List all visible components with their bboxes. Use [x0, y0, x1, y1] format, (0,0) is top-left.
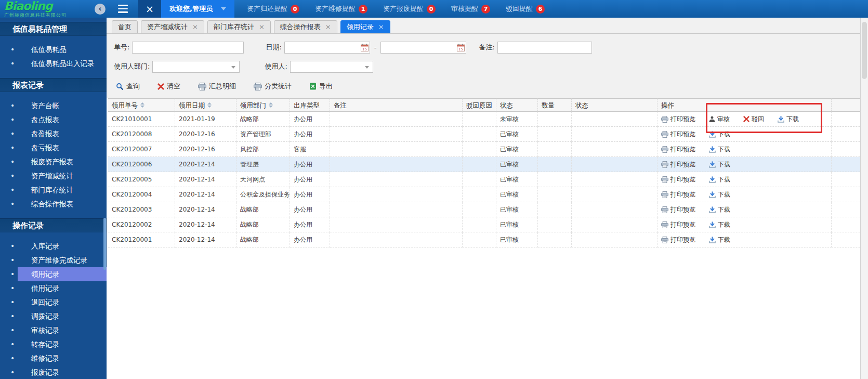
reject-button[interactable]: 驳回: [743, 112, 764, 126]
column-header[interactable]: 备注: [330, 98, 463, 112]
download-button[interactable]: 下载: [709, 217, 730, 232]
sidebar-item[interactable]: • 转存记录: [0, 337, 107, 351]
table-row[interactable]: CK20120003 2020-12-14 战略部 办公用 已审核 打印预览: [108, 202, 868, 217]
column-header[interactable]: 出库类型: [290, 98, 330, 112]
print-preview-button[interactable]: 打印预览: [661, 172, 695, 187]
tab-close-icon[interactable]: ×: [192, 23, 198, 30]
sidebar-item[interactable]: • 资产增减统计: [0, 169, 107, 183]
user-select[interactable]: [290, 61, 373, 73]
download-button[interactable]: 下载: [778, 112, 799, 126]
order-no-input[interactable]: [132, 42, 244, 54]
sidebar-item[interactable]: • 低值易耗品: [0, 43, 107, 57]
date-to-input[interactable]: [380, 42, 466, 54]
sidebar-item[interactable]: • 盘点报表: [0, 113, 107, 127]
tab[interactable]: 综合操作报表 ×: [274, 20, 337, 33]
sidebar-item[interactable]: • 借用记录: [0, 281, 107, 295]
sidebar-scrollbar[interactable]: [103, 218, 106, 270]
sidebar-item[interactable]: • 部门库存统计: [0, 183, 107, 197]
calendar-icon[interactable]: 15: [457, 44, 465, 51]
bullet-icon: •: [10, 281, 18, 295]
notification-item[interactable]: 资产归还提醒 0: [247, 4, 299, 14]
tab[interactable]: 部门库存统计 ×: [207, 20, 271, 33]
export-button[interactable]: 导出: [309, 82, 333, 91]
column-header[interactable]: 领用单号: [108, 98, 175, 112]
date-from-input[interactable]: [284, 42, 370, 54]
user-department-select[interactable]: [152, 61, 240, 73]
sidebar-item[interactable]: • 报废资产报表: [0, 155, 107, 169]
notification-item[interactable]: 资产维修提醒 1: [315, 4, 367, 14]
table-row[interactable]: CK20120005 2020-12-14 天河网点 办公用 已审核 打印预览: [108, 172, 868, 187]
table-row[interactable]: CK20120002 2020-12-14 战略部 办公用 已审核 打印预览: [108, 217, 868, 232]
download-button[interactable]: 下载: [709, 202, 730, 217]
download-button[interactable]: 下载: [709, 187, 730, 202]
sidebar-item[interactable]: • 综合操作报表: [0, 197, 107, 211]
sidebar-item[interactable]: • 退回记录: [0, 295, 107, 309]
sidebar-item[interactable]: • 报废记录: [0, 365, 107, 379]
clear-button[interactable]: 清空: [157, 82, 180, 91]
print-preview-button[interactable]: 打印预览: [661, 127, 695, 141]
search-button[interactable]: 查询: [116, 82, 140, 91]
table-row[interactable]: CK20120007 2020-12-16 风控部 客服 已审核 打印预览: [108, 142, 868, 157]
download-icon: [709, 191, 716, 198]
remark-input[interactable]: [497, 42, 592, 54]
sidebar-item[interactable]: • 资产台帐: [0, 99, 107, 113]
sidebar-item[interactable]: • 盘亏报表: [0, 141, 107, 155]
column-header[interactable]: 数量: [538, 98, 572, 112]
menu-toggle-icon[interactable]: [116, 3, 130, 15]
welcome-user-dropdown[interactable]: 欢迎您,管理员: [161, 0, 234, 18]
column-header[interactable]: 领用日期: [175, 98, 236, 112]
tab-close-icon[interactable]: ×: [259, 23, 265, 30]
print-preview-button[interactable]: 打印预览: [661, 187, 695, 202]
column-header[interactable]: 驳回原因: [463, 98, 496, 112]
download-button[interactable]: 下载: [709, 142, 730, 156]
notification-item[interactable]: 驳回提醒 6: [506, 4, 545, 14]
sidebar-item[interactable]: • 维修记录: [0, 351, 107, 365]
sidebar-item[interactable]: • 调拨记录: [0, 309, 107, 323]
notification-item[interactable]: 审核提醒 7: [451, 4, 490, 14]
cell-type: 办公用: [290, 187, 330, 202]
print-preview-button[interactable]: 打印预览: [661, 157, 695, 172]
collapse-back-button[interactable]: ‹: [95, 4, 106, 15]
brand-logo: Biaoling 广州标领信息科技有限公司: [4, 1, 91, 18]
tab[interactable]: 首页: [112, 20, 138, 33]
tab-close-icon[interactable]: ×: [325, 23, 331, 30]
sidebar-item[interactable]: • 入库记录: [0, 239, 107, 253]
column-header[interactable]: 状态: [572, 98, 657, 112]
table-row[interactable]: CK21010001 2021-01-19 战略部 办公用 未审核 打印预览: [108, 112, 868, 127]
table-row[interactable]: CK20120001 2020-12-14 战略部 办公用 已审核 打印预览: [108, 232, 868, 247]
print-preview-button[interactable]: 打印预览: [661, 142, 695, 156]
cell-remark: [330, 157, 463, 172]
audit-button[interactable]: 审核: [709, 112, 730, 126]
tab[interactable]: 领用记录 ×: [340, 20, 390, 33]
notification-item[interactable]: 资产报废提醒 0: [383, 4, 436, 14]
sidebar-item[interactable]: • 资产维修完成记录: [0, 253, 107, 267]
calendar-icon[interactable]: 15: [361, 44, 369, 51]
close-icon[interactable]: ×: [138, 0, 161, 18]
printer-icon: [661, 146, 668, 153]
summary-detail-button[interactable]: 汇总明细: [198, 82, 236, 91]
download-button[interactable]: 下载: [709, 172, 730, 187]
table-row[interactable]: CK20120004 2020-12-14 公积金及担保业务部 办公用 已审核 …: [108, 187, 868, 202]
table-row[interactable]: CK20120006 2020-12-14 管理层 办公用 已审核 打印预览: [108, 157, 868, 172]
sidebar-item[interactable]: • 领用记录: [0, 267, 107, 281]
download-button[interactable]: 下载: [709, 157, 730, 172]
vertical-scrollbar[interactable]: [860, 18, 868, 379]
sidebar-item[interactable]: • 盘盈报表: [0, 127, 107, 141]
column-header[interactable]: 领用部门: [236, 98, 290, 112]
print-preview-button[interactable]: 打印预览: [661, 112, 695, 126]
tab-close-icon[interactable]: ×: [378, 23, 384, 30]
print-preview-button[interactable]: 打印预览: [661, 217, 695, 232]
sidebar-item[interactable]: • 审核记录: [0, 323, 107, 337]
download-button[interactable]: 下载: [709, 127, 730, 141]
column-header[interactable]: 状态: [496, 98, 538, 112]
scrollbar-thumb[interactable]: [862, 22, 867, 79]
print-preview-button[interactable]: 打印预览: [661, 202, 695, 217]
category-stats-button[interactable]: 分类统计: [254, 82, 292, 91]
excel-export-icon: [309, 83, 317, 90]
sidebar-item[interactable]: • 低值易耗品出入记录: [0, 57, 107, 71]
column-header[interactable]: 操作: [657, 98, 832, 112]
download-button[interactable]: 下载: [709, 232, 730, 247]
table-row[interactable]: CK20120008 2020-12-16 资产管理部 办公用 已审核 打印预览: [108, 127, 868, 142]
tab[interactable]: 资产增减统计 ×: [141, 20, 204, 33]
print-preview-button[interactable]: 打印预览: [661, 232, 695, 247]
